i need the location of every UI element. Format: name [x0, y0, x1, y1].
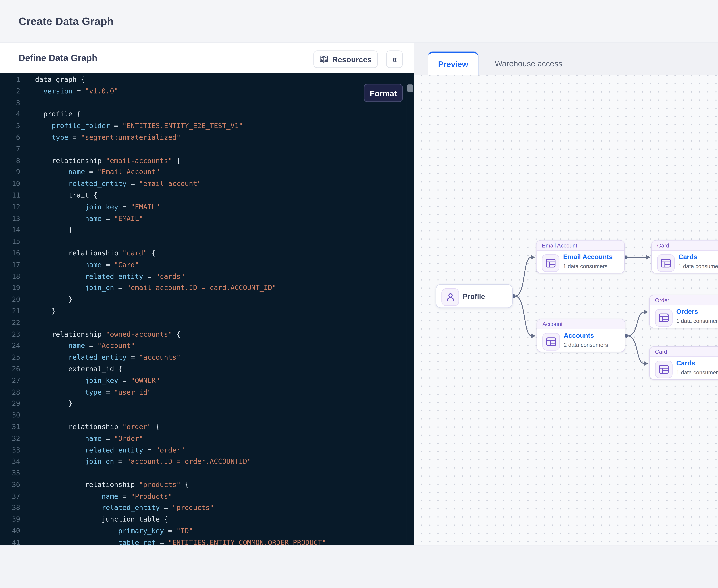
resources-button-label: Resources	[332, 55, 372, 63]
line-number: 22	[0, 317, 20, 329]
line-number: 39	[0, 513, 20, 525]
code-line-37: 37 name = "Products"	[0, 490, 406, 502]
line-number: 16	[0, 248, 20, 259]
line-number: 36	[0, 479, 20, 491]
graph-node-profile[interactable]: Profile	[436, 284, 513, 308]
line-number: 41	[0, 537, 20, 545]
code-line-13: 13 name = "EMAIL"	[0, 213, 406, 224]
resources-button[interactable]: Resources	[313, 50, 378, 68]
code-line-28: 28 type = "user_id"	[0, 386, 406, 398]
node-entity-label: Card	[650, 347, 718, 357]
code-line-8: 8 relationship "email-accounts" {	[0, 155, 406, 167]
code-line-39: 39 junction_table {	[0, 513, 406, 525]
code-line-4: 4 profile {	[0, 108, 406, 120]
code-line-25: 25 related_entity = "accounts"	[0, 352, 406, 363]
code-line-21: 21 }	[0, 305, 406, 317]
format-button[interactable]: Format	[364, 84, 403, 102]
line-number: 31	[0, 421, 20, 433]
line-number: 5	[0, 120, 20, 132]
graph-node-cards-top[interactable]: Card Cards 1 data consumer	[651, 240, 718, 273]
line-number: 18	[0, 271, 20, 282]
line-number: 34	[0, 456, 20, 467]
code-line-31: 31 relationship "order" {	[0, 421, 406, 433]
node-consumers-count: 1 data consumers	[676, 318, 718, 324]
table-icon	[542, 254, 559, 272]
code-line-12: 12 join_key = "EMAIL"	[0, 201, 406, 213]
code-lines: 1data_graph {2 version = "v1.0.0"34 prof…	[0, 74, 406, 545]
tab-warehouse-access[interactable]: Warehouse access	[491, 51, 566, 75]
code-editor[interactable]: 1data_graph {2 version = "v1.0.0"34 prof…	[0, 74, 414, 545]
editor-scrollbar-thumb[interactable]	[407, 84, 413, 92]
code-line-35: 35	[0, 467, 406, 479]
line-number: 29	[0, 398, 20, 410]
code-line-24: 24 name = "Account"	[0, 340, 406, 352]
line-number: 38	[0, 502, 20, 514]
line-number: 8	[0, 155, 20, 167]
code-line-18: 18 related_entity = "cards"	[0, 271, 406, 282]
code-line-11: 11 trait {	[0, 190, 406, 201]
code-line-34: 34 join_on = "account.ID = order.ACCOUNT…	[0, 456, 406, 467]
graph-node-orders[interactable]: Order Orders 1 data consumers	[649, 295, 718, 328]
page-header: Create Data Graph Cancel	[0, 0, 718, 43]
code-line-23: 23 relationship "owned-accounts" {	[0, 329, 406, 340]
preview-panel: Preview Warehouse access ProfileEmail Ac…	[414, 43, 718, 545]
code-line-7: 7	[0, 143, 406, 155]
line-number: 14	[0, 224, 20, 236]
code-line-41: 41 table_ref = "ENTITIES.ENTITY_COMMON.O…	[0, 537, 406, 545]
person-icon	[442, 288, 459, 306]
table-icon	[655, 361, 673, 378]
editor-scrollbar-track	[406, 74, 406, 545]
line-number: 24	[0, 340, 20, 352]
line-number: 19	[0, 282, 20, 294]
code-line-30: 30	[0, 410, 406, 421]
graph-node-cards-bottom[interactable]: Card Cards 1 data consumers	[649, 346, 718, 380]
node-consumers-count: 1 data consumers	[563, 263, 608, 269]
line-number: 35	[0, 467, 20, 479]
table-icon	[657, 254, 675, 272]
tab-bar: Preview Warehouse access	[414, 43, 718, 75]
graph-node-email-accounts[interactable]: Email Account Email Accounts 1 data cons…	[536, 240, 625, 273]
code-line-19: 19 join_on = "email-account.ID = card.AC…	[0, 282, 406, 294]
code-line-15: 15	[0, 236, 406, 248]
code-line-17: 17 name = "Card"	[0, 259, 406, 271]
code-line-10: 10 related_entity = "email-account"	[0, 178, 406, 190]
node-entity-label: Account	[537, 319, 625, 329]
code-line-26: 26 external_id {	[0, 363, 406, 375]
page-title: Create Data Graph	[19, 15, 114, 27]
line-number: 2	[0, 85, 20, 97]
line-number: 6	[0, 132, 20, 143]
line-number: 25	[0, 352, 20, 363]
line-number: 17	[0, 259, 20, 271]
page-footer: Save	[0, 545, 718, 588]
code-line-16: 16 relationship "card" {	[0, 248, 406, 259]
node-entity-label: Card	[652, 240, 718, 251]
line-number: 12	[0, 201, 20, 213]
line-number: 27	[0, 375, 20, 386]
line-number: 4	[0, 108, 20, 120]
line-number: 32	[0, 433, 20, 444]
line-number: 3	[0, 97, 20, 109]
code-line-6: 6 type = "segment:unmaterialized"	[0, 132, 406, 143]
line-number: 15	[0, 236, 20, 248]
graph-canvas[interactable]: ProfileEmail Account Email Accounts 1 da…	[414, 75, 718, 545]
code-line-22: 22	[0, 317, 406, 329]
collapse-panel-button[interactable]: «	[386, 50, 403, 68]
table-icon	[542, 333, 560, 351]
line-number: 33	[0, 444, 20, 456]
graph-node-accounts[interactable]: Account Accounts 2 data consumers	[536, 319, 625, 352]
line-number: 26	[0, 363, 20, 375]
node-title: Cards	[678, 253, 697, 261]
node-consumers-count: 1 data consumers	[676, 369, 718, 375]
line-number: 1	[0, 74, 20, 85]
code-line-40: 40 primary_key = "ID"	[0, 525, 406, 537]
node-title: Orders	[676, 308, 698, 316]
line-number: 37	[0, 490, 20, 502]
line-number: 11	[0, 190, 20, 201]
line-number: 40	[0, 525, 20, 537]
tab-preview[interactable]: Preview	[428, 51, 478, 75]
line-number: 23	[0, 329, 20, 340]
node-entity-label: Order	[650, 295, 718, 305]
node-title: Profile	[463, 285, 485, 309]
line-number: 9	[0, 166, 20, 178]
code-line-14: 14 }	[0, 224, 406, 236]
